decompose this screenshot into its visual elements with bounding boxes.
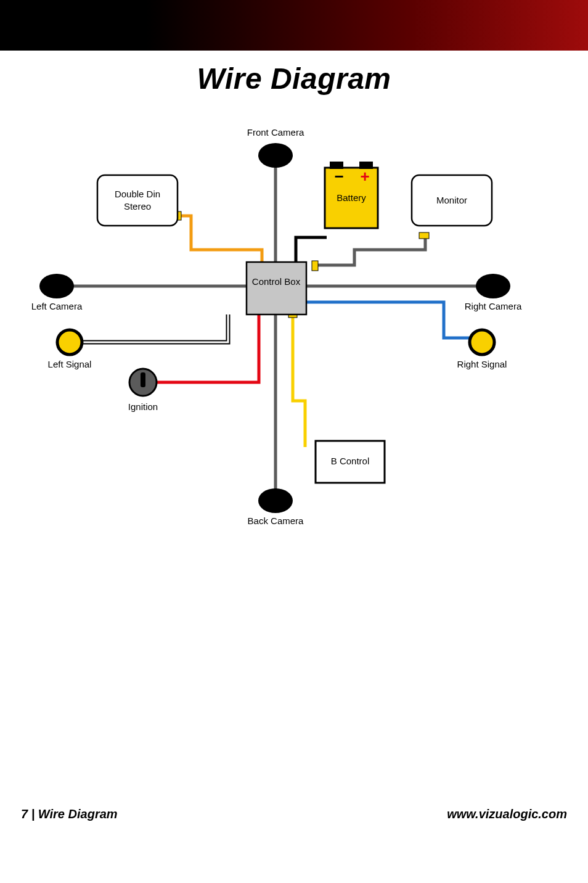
stereo-wire [176,216,262,261]
left-signal-wire [74,314,228,342]
right-camera-label: Right Camera [465,301,522,311]
monitor-connector-ctrl [312,261,318,271]
b-control: B Control [316,441,385,483]
b-control-label: B Control [331,456,370,466]
left-signal: Left Signal [48,330,92,369]
left-camera: Left Camera [31,274,83,311]
monitor-connector [419,232,429,239]
svg-point-9 [57,330,82,355]
right-signal-wire [306,302,475,338]
wire-diagram: Control Box Front Camera Back Camera Lef… [0,117,588,549]
svg-point-7 [39,274,74,298]
back-camera-label: Back Camera [248,515,304,526]
monitor: Monitor [412,175,492,226]
left-camera-label: Left Camera [31,301,83,311]
battery-wire [296,237,327,262]
svg-point-8 [476,274,510,298]
page-title: Wire Diagram [0,62,588,96]
svg-point-10 [470,330,494,355]
back-camera: Back Camera [248,488,304,526]
double-din-label-1: Double Din [115,189,160,199]
svg-rect-19 [141,372,145,387]
svg-text:−: − [334,167,343,186]
svg-text:+: + [360,167,369,186]
footer: 7 | Wire Diagram www.vizualogic.com [21,807,567,821]
footer-url: www.vizualogic.com [447,807,567,821]
right-signal-label: Right Signal [457,359,507,369]
right-camera: Right Camera [465,274,522,311]
svg-point-5 [258,143,293,168]
front-camera-label: Front Camera [247,127,304,138]
svg-point-6 [258,488,293,513]
monitor-wire [316,237,425,265]
battery: − + Battery [325,162,378,228]
double-din-stereo: Double Din Stereo [97,175,178,226]
double-din-label-2: Stereo [124,201,151,212]
svg-rect-11 [97,175,178,226]
header-bar [0,0,588,51]
right-signal: Right Signal [457,330,507,369]
left-signal-label: Left Signal [48,359,92,369]
battery-label: Battery [337,192,366,203]
ignition: Ignition [128,369,158,412]
footer-page-number: 7 | Wire Diagram [21,807,118,821]
ignition-wire [154,311,259,382]
ignition-label: Ignition [128,401,158,412]
monitor-label: Monitor [436,195,467,205]
svg-rect-4 [247,262,306,314]
front-camera: Front Camera [247,127,304,168]
b-control-wire [293,314,305,447]
control-box: Control Box [247,262,306,314]
control-box-label: Control Box [252,276,301,287]
